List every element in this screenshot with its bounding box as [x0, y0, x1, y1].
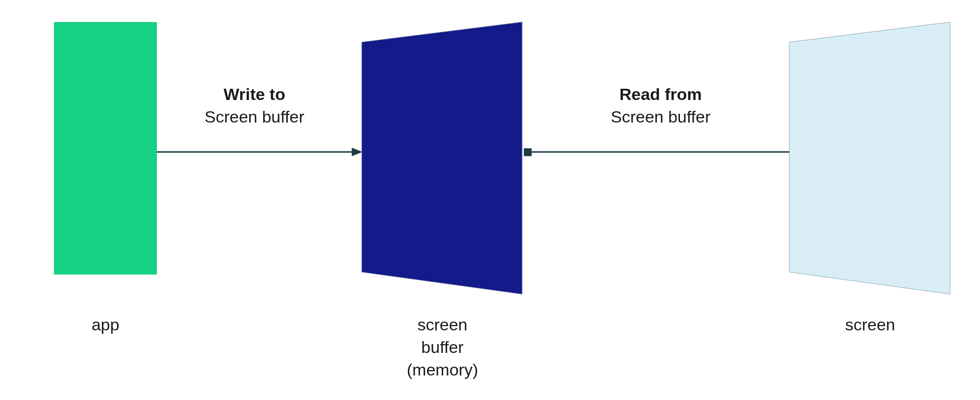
screen-label: screen	[789, 314, 951, 336]
screen-buffer-shape	[362, 22, 522, 294]
screen-buffer-label: screen buffer (memory)	[363, 314, 522, 381]
buffer-label-line1: screen	[417, 315, 467, 334]
svg-marker-1	[352, 148, 362, 156]
buffer-label-line2: buffer	[421, 338, 463, 356]
app-shape	[54, 22, 157, 275]
screen-shape	[789, 22, 950, 294]
arrow-write-bold: Write to	[224, 85, 285, 103]
diagram-canvas: Write to Screen buffer Read from Screen …	[0, 0, 980, 400]
arrow-write	[157, 148, 362, 156]
arrow-read-bold: Read from	[619, 85, 702, 103]
arrow-read	[524, 149, 789, 156]
arrow-write-label: Write to Screen buffer	[157, 83, 352, 128]
arrow-write-plain: Screen buffer	[204, 107, 304, 126]
arrow-read-plain: Screen buffer	[611, 107, 711, 126]
svg-rect-3	[524, 149, 531, 156]
buffer-label-line3: (memory)	[407, 360, 478, 379]
app-label: app	[29, 314, 181, 336]
arrow-read-label: Read from Screen buffer	[532, 83, 789, 128]
